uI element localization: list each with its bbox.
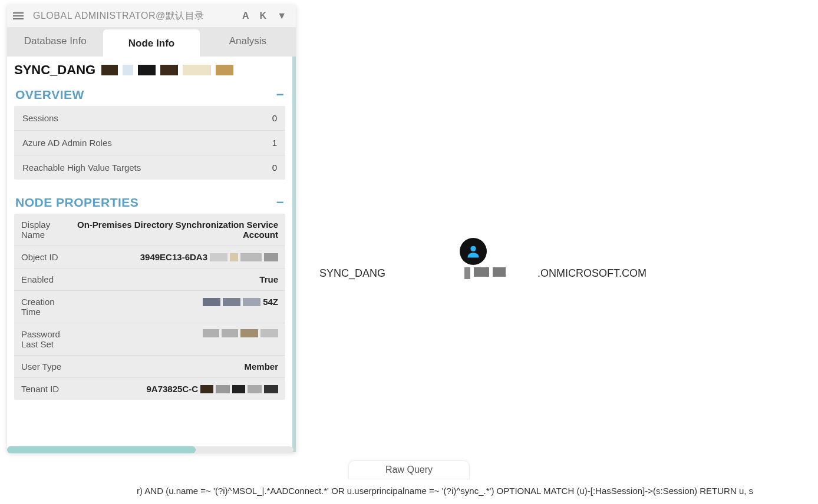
redacted-node-title <box>101 65 233 75</box>
prop-row-tenant-id: Tenant ID 9A73825C-C <box>14 378 285 400</box>
label: Sessions <box>22 113 58 123</box>
label: Display Name <box>21 220 74 240</box>
node-properties-title: NODE PROPERTIES <box>15 195 138 210</box>
label: Enabled <box>21 274 74 284</box>
value: Member <box>74 362 278 372</box>
graph-node-label-redacted <box>464 267 506 279</box>
back-icon[interactable]: K <box>260 11 267 21</box>
prop-row-user-type: User Type Member <box>14 356 285 378</box>
label: Object ID <box>21 252 74 262</box>
panel-body: SYNC_DANG OVERVIEW − Sessions 0 Azure AD… <box>7 57 296 452</box>
value <box>74 329 278 337</box>
value: 3949EC13-6DA3 <box>74 252 278 262</box>
graph-node-label-right: .ONMICROSOFT.COM <box>537 267 647 280</box>
minus-icon[interactable]: − <box>276 87 284 102</box>
value: 0 <box>272 113 277 123</box>
raw-query-toggle[interactable]: Raw Query <box>348 460 470 479</box>
menu-icon[interactable] <box>13 10 25 22</box>
header-icons: A K ▼ <box>242 11 290 21</box>
label: Tenant ID <box>21 384 74 394</box>
overview-title: OVERVIEW <box>15 88 84 102</box>
value: True <box>74 274 278 284</box>
tab-analysis[interactable]: Analysis <box>200 27 296 57</box>
road-icon[interactable]: A <box>242 11 249 21</box>
prop-row-object-id: Object ID 3949EC13-6DA3 <box>14 246 285 268</box>
prop-row-creation-time: Creation Time 54Z <box>14 291 285 323</box>
prop-row-enabled: Enabled True <box>14 268 285 291</box>
label: Azure AD Admin Roles <box>22 138 112 148</box>
horizontal-scrollbar[interactable] <box>7 446 293 453</box>
scrollbar-thumb[interactable] <box>7 446 196 453</box>
overview-header[interactable]: OVERVIEW − <box>7 82 292 106</box>
current-user-label: GLOBAL ADMINISTRATOR@默认目录 <box>33 10 242 22</box>
overview-row-admin-roles[interactable]: Azure AD Admin Roles 1 <box>14 131 285 155</box>
overview-row-hvt[interactable]: Reachable High Value Targets 0 <box>14 155 285 180</box>
value: On-Premises Directory Synchronization Se… <box>74 220 278 240</box>
minus-icon[interactable]: − <box>276 195 284 210</box>
prop-row-display-name: Display Name On-Premises Directory Synch… <box>14 214 285 246</box>
value: 0 <box>272 163 277 173</box>
overview-list: Sessions 0 Azure AD Admin Roles 1 Reacha… <box>14 106 285 180</box>
filter-icon[interactable]: ▼ <box>277 11 286 21</box>
node-title-row: SYNC_DANG <box>7 57 292 82</box>
overview-row-sessions[interactable]: Sessions 0 <box>14 106 285 131</box>
tab-database-info[interactable]: Database Info <box>7 27 103 57</box>
prop-row-password-last-set: Password Last Set <box>14 323 285 356</box>
graph-node-label-left: SYNC_DANG <box>319 267 385 280</box>
raw-query-label: Raw Query <box>385 465 433 475</box>
value: 54Z <box>74 297 278 307</box>
label: Creation Time <box>21 297 74 317</box>
user-icon <box>460 238 487 265</box>
graph-canvas[interactable]: SYNC_DANG .ONMICROSOFT.COM <box>306 5 813 464</box>
panel-header: GLOBAL ADMINISTRATOR@默认目录 A K ▼ <box>7 5 296 27</box>
value: 1 <box>272 138 277 148</box>
value: 9A73825C-C <box>74 384 278 394</box>
node-properties-list: Display Name On-Premises Directory Synch… <box>14 214 285 400</box>
raw-query-text[interactable]: r) AND (u.name =~ '(?i)^MSOL_|.*AADConne… <box>137 486 809 496</box>
svg-point-0 <box>470 246 476 251</box>
tab-node-info[interactable]: Node Info <box>103 29 199 58</box>
graph-node-user[interactable] <box>460 238 487 265</box>
node-title: SYNC_DANG <box>14 62 95 78</box>
label: User Type <box>21 362 74 372</box>
node-properties-header[interactable]: NODE PROPERTIES − <box>7 190 292 214</box>
label: Reachable High Value Targets <box>22 163 141 173</box>
tabs: Database Info Node Info Analysis <box>7 27 296 57</box>
info-panel: GLOBAL ADMINISTRATOR@默认目录 A K ▼ Database… <box>7 5 296 452</box>
label: Password Last Set <box>21 329 74 349</box>
